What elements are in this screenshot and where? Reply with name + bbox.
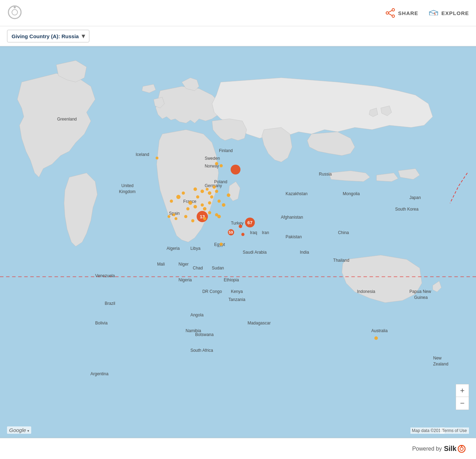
map-bubble-tur1[interactable] (239, 225, 242, 228)
share-button[interactable]: SHARE (386, 8, 419, 18)
svg-point-16 (460, 447, 463, 450)
map-bubble-fr2[interactable] (186, 207, 190, 210)
svg-point-4 (386, 12, 388, 14)
map-bubble-s_yellow6[interactable] (208, 201, 211, 205)
map-bubble-hu[interactable] (217, 199, 220, 203)
map-bubble-eg[interactable] (220, 242, 223, 246)
svg-point-17 (461, 445, 462, 447)
map-bubble-de3[interactable] (208, 191, 211, 195)
map-bubble-sp2[interactable] (172, 213, 175, 216)
map-bubble-s_yellow3[interactable] (191, 219, 194, 222)
svg-point-1 (12, 9, 18, 15)
powered-by-text: Powered by (412, 446, 442, 452)
map-bubble-s_yellow5[interactable] (215, 213, 218, 216)
map-bubble-s_yellow4[interactable] (203, 217, 206, 220)
map-bubble-fi[interactable] (220, 164, 223, 167)
explore-button[interactable]: EXPLORE (429, 8, 469, 18)
map-bubble-israel[interactable] (241, 233, 244, 236)
map-bubble-s_yellow7[interactable] (215, 190, 218, 193)
svg-line-12 (435, 15, 435, 15)
map-bubble-uk2[interactable] (182, 192, 185, 195)
silk-brand: Silk (444, 445, 456, 453)
map-terms[interactable]: Terms of Use (440, 427, 469, 434)
map-bubble-cluster_central_europe[interactable]: 13 (197, 211, 208, 222)
map-bubble-pl[interactable] (213, 186, 216, 189)
map-bubble-cluster_turkey[interactable]: 59 (228, 229, 234, 235)
map-bubble-de2[interactable] (206, 188, 209, 191)
map-bubble-s_yellow2[interactable] (184, 215, 187, 218)
map-bubble-nl[interactable] (193, 187, 197, 191)
svg-point-2 (14, 6, 16, 8)
silk-footer: Powered by Silk (0, 438, 476, 459)
zoom-controls: + − (456, 384, 469, 410)
zoom-in-button[interactable]: + (456, 384, 469, 397)
header-actions: SHARE EXPLORE (386, 8, 469, 18)
filter-label: Giving Country (A): Russia (12, 33, 79, 39)
map-bubble-sp1[interactable] (175, 217, 177, 220)
map-bubble-it2[interactable] (203, 207, 206, 211)
map-bubble-fr1[interactable] (189, 201, 192, 205)
google-attribution: Google ▾ (7, 426, 31, 434)
giving-country-filter[interactable]: Giving Country (A): Russia ▾ (7, 30, 89, 42)
map-bubble-be[interactable] (196, 196, 199, 199)
header: SHARE EXPLORE (0, 0, 476, 26)
svg-line-7 (388, 14, 392, 16)
map-bubble-se[interactable] (215, 162, 218, 165)
zoom-out-button[interactable]: − (456, 397, 469, 410)
chevron-down-icon: ▾ (82, 32, 85, 40)
map-bubble-pt[interactable] (168, 215, 170, 218)
map-bubble-cz[interactable] (210, 196, 213, 199)
svg-point-5 (392, 15, 394, 18)
map-data-year: Map data ©2017 (410, 427, 444, 434)
map-bubble-uk1[interactable] (176, 195, 181, 199)
map-bubble-ua[interactable] (227, 193, 230, 197)
map-bubble-ic[interactable] (156, 157, 158, 159)
svg-line-6 (388, 11, 392, 13)
map-container: GreenlandIcelandFinlandSwedenNorwayUnite… (0, 46, 476, 438)
map-bubble-de1[interactable] (200, 190, 204, 193)
app-container: SHARE EXPLORE Giving Country (A): Russia… (0, 0, 476, 459)
map-bubble-norway[interactable] (231, 165, 240, 174)
share-label: SHARE (398, 10, 419, 16)
map-bubble-au[interactable] (374, 336, 378, 340)
map-bubble-cluster_caucasus[interactable]: 67 (245, 218, 255, 227)
map-bubble-s_yellow1[interactable] (170, 199, 173, 203)
map-bubble-ro[interactable] (222, 203, 225, 207)
map-bubble-fr3[interactable] (193, 205, 197, 208)
logo (7, 5, 23, 22)
explore-label: EXPLORE (441, 10, 469, 16)
google-logo: Google (9, 427, 26, 433)
map-bubble-it3[interactable] (208, 211, 211, 214)
svg-point-3 (392, 9, 394, 11)
map-bubble-it1[interactable] (201, 203, 204, 206)
silk-icon (458, 445, 465, 453)
filter-bar: Giving Country (A): Russia ▾ (0, 26, 476, 46)
